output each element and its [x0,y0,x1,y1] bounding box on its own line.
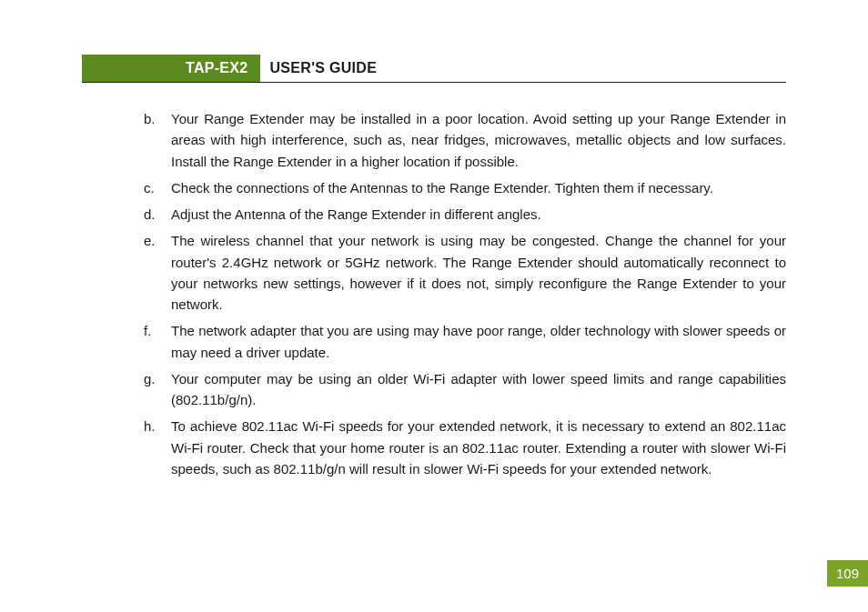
list-marker: b. [144,108,171,172]
list-item: b. Your Range Extender may be installed … [144,108,786,172]
list-item: g. Your computer may be using an older W… [144,368,786,411]
header-accent-block [82,55,173,82]
troubleshooting-list: b. Your Range Extender may be installed … [82,108,786,479]
guide-title: USER'S GUIDE [260,55,377,82]
list-item: d. Adjust the Antenna of the Range Exten… [144,204,786,225]
list-text: Check the connections of the Antennas to… [171,177,786,198]
header-bar: TAP-EX2 USER'S GUIDE [82,55,786,83]
list-text: Adjust the Antenna of the Range Extender… [171,204,786,225]
list-item: e. The wireless channel that your networ… [144,230,786,315]
list-item: c. Check the connections of the Antennas… [144,177,786,198]
list-item: f. The network adapter that you are usin… [144,320,786,363]
page-number: 109 [827,560,868,587]
list-marker: c. [144,177,171,198]
product-badge: TAP-EX2 [173,55,260,82]
list-marker: f. [144,320,171,363]
list-text: Your Range Extender may be installed in … [171,108,786,172]
list-marker: e. [144,230,171,315]
list-marker: h. [144,416,171,479]
list-text: To achieve 802.11ac Wi-Fi speeds for you… [171,416,786,479]
list-text: The wireless channel that your network i… [171,230,786,315]
list-marker: d. [144,204,171,225]
list-text: The network adapter that you are using m… [171,320,786,363]
list-marker: g. [144,368,171,411]
list-text: Your computer may be using an older Wi-F… [171,368,786,411]
list-item: h. To achieve 802.11ac Wi-Fi speeds for … [144,416,786,479]
